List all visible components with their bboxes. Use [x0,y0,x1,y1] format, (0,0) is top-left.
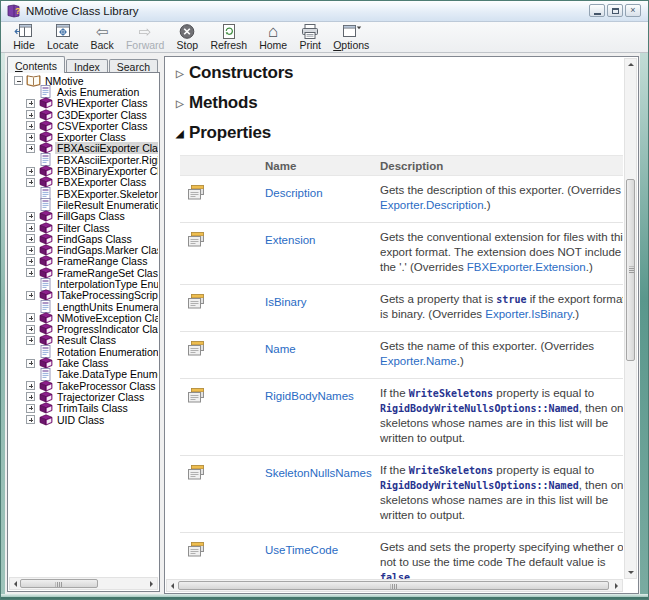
back-button[interactable]: ⇦ Back [85,23,120,51]
tree-item[interactable]: Exporter Class [10,131,158,142]
property-name-link[interactable]: Name [265,343,296,355]
tree-item-label[interactable]: Take.DataType Enumeration [55,368,158,380]
override-link[interactable]: Exporter.IsBinary [485,308,572,320]
tab-search[interactable]: Search [109,59,158,73]
topic-vertical-scrollbar[interactable] [624,58,637,579]
tree-item[interactable]: NMotiveException Class [10,312,158,323]
tree-item[interactable]: Result Class [10,335,158,346]
tree-item-label[interactable]: CSVExporter Class [55,120,149,132]
tree-item-label[interactable]: NMotiveException Class [55,312,158,324]
scroll-down-arrow-icon[interactable] [625,567,636,578]
tree-item-label[interactable]: FrameRange Class [55,255,149,267]
tree-plus-box-icon[interactable] [26,133,35,142]
tree-plus-box-icon[interactable] [26,110,35,119]
tree-item[interactable]: ProgressIndicator Class [10,324,158,335]
property-name-link[interactable]: Description [265,187,323,199]
tree-item[interactable]: FBXBinaryExporter Class [10,165,158,176]
tree-item[interactable]: CSVExporter Class [10,120,158,131]
property-name-link[interactable]: UseTimeCode [265,544,338,556]
tree-item-label[interactable]: FindGaps Class [55,233,134,245]
tree-plus-box-icon[interactable] [26,291,35,300]
tree-item[interactable]: Axis Enumeration [10,86,158,97]
tree-item[interactable]: FindGaps.Marker Class [10,244,158,255]
scroll-right-arrow-icon[interactable] [611,580,622,591]
tree-item-label[interactable]: FBXAsciiExporter Class [55,142,158,154]
tree-scroll-thumb[interactable] [20,579,98,588]
tree-item-label[interactable]: TrimTails Class [55,402,130,414]
topic-scroll-thumb[interactable] [626,179,635,361]
tree-item[interactable]: FBXExporter Class [10,177,158,188]
tree-plus-box-icon[interactable] [26,325,35,334]
tree-item-label[interactable]: Result Class [55,334,118,346]
tree-item-label[interactable]: Rotation Enumeration [55,346,158,358]
forward-button[interactable]: ⇨ Forward [120,23,171,51]
override-link[interactable]: FBXExporter.Extension [467,261,586,273]
close-button[interactable]: × [625,4,641,17]
tree-item[interactable]: C3DExporter Class [10,109,158,120]
tree-plus-box-icon[interactable] [26,246,35,255]
tree-plus-box-icon[interactable] [26,121,35,130]
tree-item[interactable]: FrameRangeSet Class [10,267,158,278]
tree-plus-box-icon[interactable] [26,359,35,368]
tree-item-label[interactable]: FBXExporter Class [55,176,148,188]
stop-button[interactable]: Stop [170,23,204,51]
tree-item-label[interactable]: InterpolationType Enumeratio [55,278,158,290]
tab-contents[interactable]: Contents [7,56,65,73]
tree-item-label[interactable]: Trajectorizer Class [55,391,146,403]
tree-item-label[interactable]: Filter Class [55,222,112,234]
tree-item[interactable]: FrameRange Class [10,256,158,267]
tree-item-label[interactable]: UID Class [55,414,106,426]
tree-item-label[interactable]: Take Class [55,357,110,369]
tree-item[interactable]: Take Class [10,357,158,368]
section-methods[interactable]: Methods [176,93,623,113]
tree-plus-box-icon[interactable] [26,381,35,390]
home-button[interactable]: ⌂ Home [253,23,293,51]
section-constructors[interactable]: Constructors [176,63,623,83]
tree-plus-box-icon[interactable] [26,268,35,277]
tree-item-label[interactable]: FrameRangeSet Class [55,267,158,279]
tree-item-label[interactable]: FileResult Enumeration [55,199,158,211]
tree-item[interactable]: FBXAsciiExporter Class [10,143,158,154]
property-name-link[interactable]: RigidBodyNames [265,390,354,402]
tree-item[interactable]: UID Class [10,414,158,425]
tree-item[interactable]: NMotive [10,75,158,86]
section-properties[interactable]: Properties [176,123,623,143]
tree-item[interactable]: Filter Class [10,222,158,233]
tree-item-label[interactable]: ProgressIndicator Class [55,323,158,335]
tree-plus-box-icon[interactable] [26,415,35,424]
minimize-button[interactable] [589,4,605,17]
locate-button[interactable]: Locate [41,23,85,51]
property-name-link[interactable]: Extension [265,234,316,246]
tree-plus-box-icon[interactable] [26,257,35,266]
scroll-up-arrow-icon[interactable] [625,59,636,70]
tree-plus-box-icon[interactable] [26,392,35,401]
override-link[interactable]: Exporter.Description [380,199,484,211]
tree-item[interactable]: ITakeProcessingScript Interf. [10,290,158,301]
tree-item-label[interactable]: FindGaps.Marker Class [55,244,158,256]
print-button[interactable]: Print [293,23,327,51]
tab-index[interactable]: Index [66,59,108,73]
tree-item[interactable]: Take.DataType Enumeration [10,369,158,380]
tree-plus-box-icon[interactable] [26,336,35,345]
tree-item[interactable]: InterpolationType Enumeratio [10,278,158,289]
tree-item[interactable]: Trajectorizer Class [10,391,158,402]
tree-plus-box-icon[interactable] [26,167,35,176]
topic-horizontal-scrollbar[interactable] [166,579,623,592]
options-button[interactable]: Options [327,23,375,51]
tree-item[interactable]: FBXExporter.SkeletonWriteC [10,188,158,199]
tree-item[interactable]: FindGaps Class [10,233,158,244]
tree-item-label[interactable]: Axis Enumeration [55,86,141,98]
override-link[interactable]: Exporter.Name [380,355,457,367]
tree-plus-box-icon[interactable] [26,313,35,322]
tree-item-label[interactable]: LengthUnits Enumeration [55,301,158,313]
tree-plus-box-icon[interactable] [26,99,35,108]
scroll-right-arrow-icon[interactable] [146,578,157,589]
tree-plus-box-icon[interactable] [26,178,35,187]
property-name-link[interactable]: IsBinary [265,296,307,308]
tree-item[interactable]: TrimTails Class [10,403,158,414]
tree-item-label[interactable]: TakeProcessor Class [55,380,158,392]
topic-hscroll-thumb[interactable] [178,581,609,590]
tree-plus-box-icon[interactable] [26,404,35,413]
tree-item-label[interactable]: FBXBinaryExporter Class [55,165,158,177]
refresh-button[interactable]: Refresh [204,23,253,51]
